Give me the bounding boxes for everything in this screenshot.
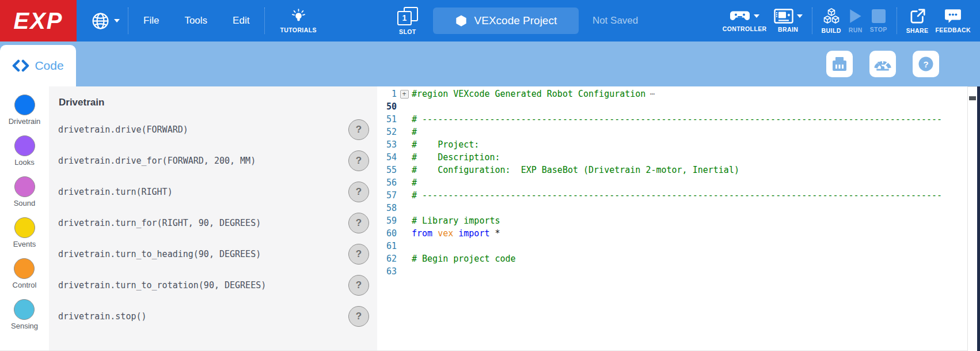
code-token: # xyxy=(412,178,417,188)
code-text: # Project: xyxy=(412,139,479,150)
feedback-button[interactable]: FEEDBACK xyxy=(935,8,971,33)
editor-scrollbar[interactable] xyxy=(967,86,977,351)
stop-button[interactable]: STOP xyxy=(870,9,887,33)
tutorials-button[interactable]: TUTORIALS xyxy=(273,9,324,33)
code-token: # Begin project code xyxy=(412,254,516,264)
scrollbar-thumb[interactable] xyxy=(969,96,976,100)
palette-command-row[interactable]: drivetrain.turn_to_heading(90, DEGREES)? xyxy=(58,239,369,270)
code-text: # xyxy=(412,127,417,137)
monitor-dashboard-button[interactable] xyxy=(869,51,896,77)
command-list: drivetrain.drive(FORWARD)?drivetrain.dri… xyxy=(58,114,369,332)
category-label: Sound xyxy=(14,199,36,207)
feedback-label: FEEDBACK xyxy=(935,27,971,33)
menu-edit[interactable]: Edit xyxy=(220,15,262,27)
category-label: Control xyxy=(13,281,37,289)
toolbar-divider xyxy=(897,7,897,34)
fold-column: + xyxy=(397,90,412,99)
category-color-dot xyxy=(14,135,35,156)
command-help-button[interactable]: ? xyxy=(348,182,369,202)
run-button[interactable]: RUN xyxy=(848,8,863,33)
code-editor[interactable]: 1+#region VEXcode Generated Robot Config… xyxy=(377,86,980,350)
palette-command-row[interactable]: drivetrain.turn_to_rotation(90, DEGREES)… xyxy=(58,270,369,301)
stop-label: STOP xyxy=(870,26,887,33)
editor-line: 59# Library imports xyxy=(377,214,980,227)
brain-menu[interactable]: BRAIN xyxy=(774,9,803,33)
category-color-dot xyxy=(14,258,35,279)
category-color-dot xyxy=(14,95,35,115)
editor-line: 60from vex import * xyxy=(377,227,980,240)
code-token: # Configuration: EXP BaseBot (Drivetrain… xyxy=(412,165,739,175)
print-console-button[interactable] xyxy=(826,51,853,77)
palette-command-row[interactable]: drivetrain.stop()? xyxy=(58,301,369,332)
tab-code[interactable]: Code xyxy=(0,45,76,86)
code-token: # --------------------------------------… xyxy=(412,114,942,124)
build-cubes-icon xyxy=(823,7,840,25)
editor-toolbar-icons: ? xyxy=(826,51,939,77)
palette-command-row[interactable]: drivetrain.turn(RIGHT)? xyxy=(58,176,369,207)
help-button[interactable]: ? xyxy=(913,51,939,77)
tab-bar: Code xyxy=(0,41,980,86)
command-help-button[interactable]: ? xyxy=(348,213,369,233)
sidebar-item-events[interactable]: Events xyxy=(13,217,36,248)
exp-logo[interactable]: EXP xyxy=(0,0,77,41)
code-token: # Library imports xyxy=(412,216,500,226)
code-tab-label: Code xyxy=(35,59,63,73)
command-text: drivetrain.drive(FORWARD) xyxy=(58,124,188,135)
menu-tools[interactable]: Tools xyxy=(172,15,220,27)
share-button[interactable]: SHARE xyxy=(906,8,929,34)
category-label: Looks xyxy=(14,158,35,167)
brain-icon xyxy=(774,9,793,24)
code-text: # xyxy=(412,178,417,188)
code-token: from xyxy=(412,228,432,239)
palette-command-row[interactable]: drivetrain.turn_for(RIGHT, 90, DEGREES)? xyxy=(58,207,369,239)
line-number: 60 xyxy=(377,228,397,239)
palette-header: Drivetrain xyxy=(59,97,369,108)
line-number: 56 xyxy=(377,178,397,188)
chevron-down-icon xyxy=(754,14,759,18)
build-button[interactable]: BUILD xyxy=(822,7,841,34)
code-text: #region VEXcode Generated Robot Configur… xyxy=(412,89,655,99)
tutorials-label: TUTORIALS xyxy=(280,27,317,33)
code-text: # --------------------------------------… xyxy=(412,114,942,124)
line-number: 57 xyxy=(377,190,397,201)
category-label: Events xyxy=(13,240,36,248)
command-help-button[interactable]: ? xyxy=(348,244,369,265)
code-text: # --------------------------------------… xyxy=(412,190,942,201)
code-text: # Configuration: EXP BaseBot (Drivetrain… xyxy=(412,165,739,175)
toolbar-divider xyxy=(128,7,128,34)
menu-file[interactable]: File xyxy=(131,15,172,27)
command-help-button[interactable]: ? xyxy=(348,306,369,327)
category-label: Sensing xyxy=(11,322,38,330)
fold-toggle-icon[interactable]: + xyxy=(400,90,409,99)
command-text: drivetrain.turn_for(RIGHT, 90, DEGREES) xyxy=(58,218,261,228)
share-label: SHARE xyxy=(906,27,929,34)
sidebar-item-sound[interactable]: Sound xyxy=(14,176,36,207)
sidebar-item-looks[interactable]: Looks xyxy=(14,135,35,167)
controller-icon xyxy=(730,10,750,23)
slot-selector[interactable]: 1 SLOT xyxy=(397,7,418,35)
language-menu[interactable] xyxy=(86,12,126,30)
chevron-down-icon xyxy=(797,14,803,18)
palette-command-row[interactable]: drivetrain.drive(FORWARD)? xyxy=(58,114,369,145)
sidebar-item-drivetrain[interactable]: Drivetrain xyxy=(9,95,41,126)
window-edge xyxy=(977,86,980,351)
project-name-button[interactable]: VEXcode Project xyxy=(433,7,579,34)
stop-square-icon xyxy=(871,9,886,24)
command-help-button[interactable]: ? xyxy=(348,119,369,140)
sidebar-item-control[interactable]: Control xyxy=(13,258,37,289)
category-color-dot xyxy=(14,217,35,238)
command-text: drivetrain.turn(RIGHT) xyxy=(58,187,173,197)
editor-line: 57# ------------------------------------… xyxy=(377,189,980,202)
controller-menu[interactable]: CONTROLLER xyxy=(723,10,767,32)
code-text: # Library imports xyxy=(412,216,500,226)
palette-command-row[interactable]: drivetrain.drive_for(FORWARD, 200, MM)? xyxy=(58,145,369,176)
editor-line: 63 xyxy=(377,265,980,278)
command-help-button[interactable]: ? xyxy=(348,150,369,171)
brain-label: BRAIN xyxy=(778,26,798,33)
editor-line: 56# xyxy=(377,176,980,189)
slot-label: SLOT xyxy=(399,28,416,35)
code-token: * xyxy=(489,228,500,239)
code-text: # Description: xyxy=(412,152,500,163)
sidebar-item-sensing[interactable]: Sensing xyxy=(11,299,38,330)
command-help-button[interactable]: ? xyxy=(348,275,369,296)
